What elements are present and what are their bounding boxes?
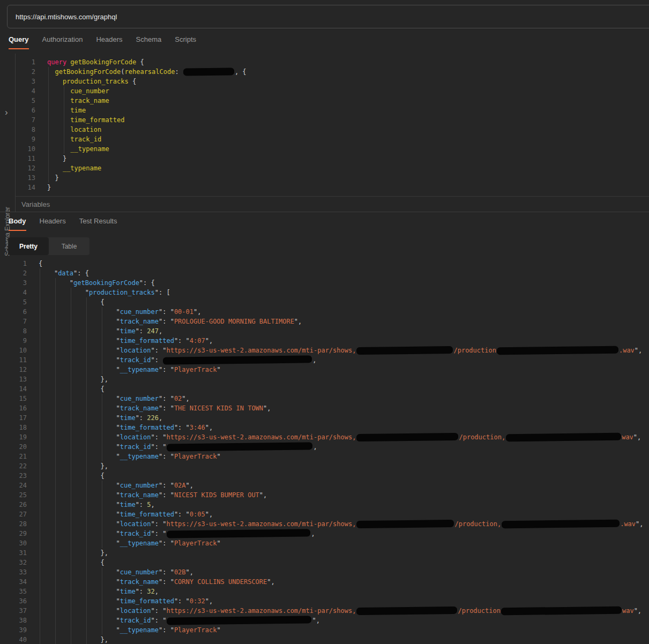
code-text: {	[27, 297, 649, 307]
redaction-mark	[163, 356, 312, 364]
line-number: 2	[0, 67, 35, 77]
tab-schema[interactable]: Schema	[136, 35, 162, 49]
redaction-mark	[501, 607, 622, 615]
code-line: 2 getBookingForCode(rehearsalCode: , {	[0, 67, 649, 77]
redaction-mark	[356, 607, 457, 615]
request-response-divider	[0, 212, 649, 212]
code-text: __typename	[35, 163, 649, 173]
code-line: 26 "time": 5,	[0, 500, 649, 510]
redaction-mark	[167, 529, 310, 537]
line-number: 9	[0, 336, 27, 346]
code-text: {	[27, 384, 649, 394]
line-number: 8	[0, 326, 27, 336]
line-number: 3	[0, 77, 35, 86]
code-text: "track_name": "THE NICEST KIDS IN TOWN",	[27, 403, 649, 413]
code-line: 5 track_name	[0, 96, 649, 106]
code-text: "cue_number": "00-01",	[27, 307, 649, 317]
code-text: {	[27, 558, 649, 567]
line-number: 26	[0, 500, 27, 510]
variables-section[interactable]: Variables	[15, 196, 649, 212]
tab-test-results[interactable]: Test Results	[79, 217, 117, 231]
code-text: "location": "https://s3-us-west-2.amazon…	[27, 606, 649, 616]
code-text: },	[27, 375, 649, 384]
code-line: 14}	[0, 183, 649, 192]
line-number: 20	[0, 442, 27, 452]
line-number: 35	[0, 587, 27, 596]
line-number: 1	[0, 259, 27, 268]
code-text: time_formatted	[35, 115, 649, 125]
tab-body[interactable]: Body	[9, 217, 26, 231]
tab-scripts[interactable]: Scripts	[175, 35, 196, 49]
line-number: 22	[0, 461, 27, 471]
line-number: 1	[0, 57, 35, 67]
url-input[interactable]	[8, 13, 596, 21]
code-line: 10 __typename	[0, 144, 649, 154]
tab-query[interactable]: Query	[9, 35, 29, 49]
code-text: location	[35, 125, 649, 134]
code-line: 12 "__typename": "PlayerTrack"	[0, 365, 649, 375]
redaction-mark	[167, 443, 312, 451]
code-line: 3 "getBookingForCode": {	[0, 278, 649, 288]
code-line: 30 "__typename": "PlayerTrack"	[0, 538, 649, 548]
redaction-mark	[356, 347, 453, 354]
code-text: "location": "https://s3-us-west-2.amazon…	[27, 346, 649, 355]
code-line: 8 location	[0, 125, 649, 134]
code-line: 23 {	[0, 471, 649, 481]
tab-headers[interactable]: Headers	[96, 35, 122, 49]
line-number: 3	[0, 278, 27, 288]
url-bar	[7, 5, 649, 28]
line-number: 15	[0, 394, 27, 403]
code-text: "data": {	[27, 268, 649, 278]
code-line: 35 "time": 32,	[0, 587, 649, 596]
line-number: 30	[0, 538, 27, 548]
code-text: "track_name": "NICEST KIDS BUMPER OUT",	[27, 490, 649, 500]
code-line: 4 "production_tracks": [	[0, 288, 649, 297]
line-number: 11	[0, 154, 35, 163]
code-line: 10 "location": "https://s3-us-west-2.ama…	[0, 346, 649, 355]
code-line: 21 "__typename": "PlayerTrack"	[0, 452, 649, 461]
code-text: "location": "https://s3-us-west-2.amazon…	[27, 432, 649, 442]
line-number: 14	[0, 183, 35, 192]
redaction-mark	[356, 433, 458, 441]
code-text: "track_id": ,	[27, 355, 649, 365]
code-line: 31 },	[0, 548, 649, 558]
code-line: 7 "track_name": "PROLOGUE-GOOD MORNING B…	[0, 317, 649, 326]
code-text: "time_formatted": "3:46",	[27, 423, 649, 432]
code-text: "time": 247,	[27, 326, 649, 336]
line-number: 29	[0, 529, 27, 538]
toggle-pretty[interactable]: Pretty	[8, 237, 49, 255]
redaction-mark	[502, 520, 620, 528]
code-line: 6 "cue_number": "00-01",	[0, 307, 649, 317]
code-text: "time": 32,	[27, 587, 649, 596]
code-text: }	[35, 173, 649, 183]
code-text: "__typename": "PlayerTrack"	[27, 452, 649, 461]
line-number: 31	[0, 548, 27, 558]
code-line: 39 "__typename": "PlayerTrack"	[0, 625, 649, 635]
redaction-mark	[497, 347, 618, 355]
toggle-table[interactable]: Table	[49, 237, 89, 255]
response-view-toggle: PrettyTable	[8, 237, 89, 255]
code-line: 22 },	[0, 461, 649, 471]
code-text: }	[35, 183, 649, 192]
line-number: 34	[0, 577, 27, 587]
response-body-viewer[interactable]: 1{2 "data": {3 "getBookingForCode": {4 "…	[0, 259, 649, 644]
code-text: },	[27, 461, 649, 471]
variables-label: Variables	[15, 200, 50, 208]
request-tabs: QueryAuthorizationHeadersSchemaScripts	[9, 35, 196, 49]
line-number: 13	[0, 375, 27, 384]
code-text: production_tracks {	[35, 77, 649, 86]
code-line: 28 "location": "https://s3-us-west-2.ama…	[0, 519, 649, 529]
line-number: 33	[0, 567, 27, 577]
code-line: 29 "track_id": ",	[0, 529, 649, 538]
tab-authorization[interactable]: Authorization	[42, 35, 83, 49]
code-text: "__typename": "PlayerTrack"	[27, 538, 649, 548]
line-number: 23	[0, 471, 27, 481]
code-text: "track_name": "CORNY COLLINS UNDERSCORE"…	[27, 577, 649, 587]
code-text: "track_id": ",	[27, 442, 649, 452]
code-line: 37 "location": "https://s3-us-west-2.ama…	[0, 606, 649, 616]
tab-headers[interactable]: Headers	[40, 217, 66, 231]
graphql-query-editor[interactable]: 1query getBookingForCode {2 getBookingFo…	[0, 57, 649, 192]
code-text: "track_name": "PROLOGUE-GOOD MORNING BAL…	[27, 317, 649, 326]
code-text: },	[27, 548, 649, 558]
code-line: 13 }	[0, 173, 649, 183]
